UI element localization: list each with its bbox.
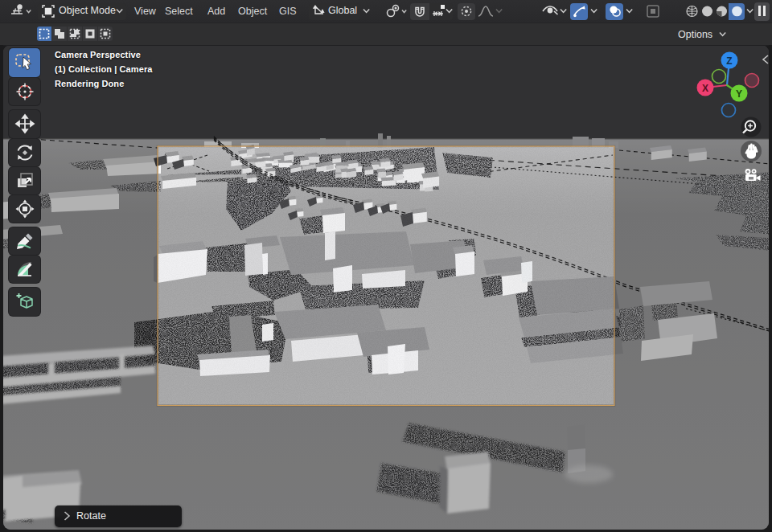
svg-text:Y: Y	[736, 88, 742, 100]
svg-text:X: X	[702, 83, 708, 94]
svg-text:Z: Z	[726, 55, 732, 67]
